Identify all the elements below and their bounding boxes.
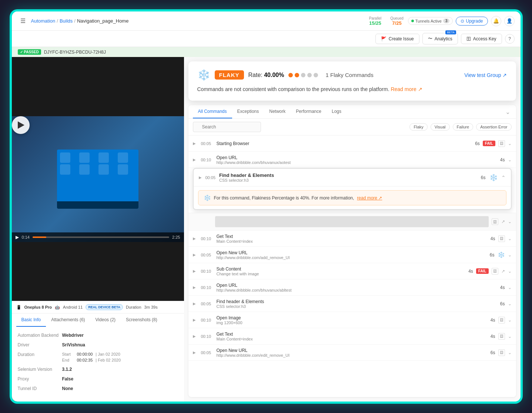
video-progress-bar[interactable] xyxy=(33,236,169,238)
win-icon-3 xyxy=(98,152,109,163)
cmd-img-9[interactable]: 🖼 xyxy=(498,317,505,323)
win-icon-2 xyxy=(79,152,90,163)
cmd-dur-6: 4s xyxy=(464,269,473,274)
tab-logs[interactable]: Logs xyxy=(327,105,347,118)
cmd-img-4[interactable]: 🖼 xyxy=(498,235,505,242)
cmd-name-8: Find header & Elements xyxy=(217,299,493,304)
access-key-button[interactable]: ⚿ Access Key xyxy=(461,34,502,44)
expand-1[interactable]: ⌄ xyxy=(508,141,512,146)
filter-assertion-error[interactable]: Assertion Error xyxy=(476,123,511,131)
view-test-group-link[interactable]: View test Group ↗ xyxy=(464,72,507,78)
filter-failure[interactable]: Failure xyxy=(453,123,474,131)
build-id: DJYFC-BYHZS-PBCDU-72H8J xyxy=(44,50,106,55)
dot-3 xyxy=(301,73,305,77)
breadcrumb-sep1: / xyxy=(57,18,58,24)
breadcrumb-current: Navigation_page_Home xyxy=(77,18,128,24)
cmd-name-2: Open URL xyxy=(217,155,493,160)
cmd-play-7[interactable]: ▶ xyxy=(193,285,198,289)
search-input[interactable] xyxy=(193,122,261,132)
end-label: End xyxy=(62,358,74,362)
tab-exceptions[interactable]: Exceptions xyxy=(232,105,264,118)
parallel-value: 15/25 xyxy=(369,20,381,26)
expand-6[interactable]: ⌄ xyxy=(508,269,512,274)
expand-9[interactable]: ⌄ xyxy=(508,318,512,323)
flaky-warning-box: ❄️ For this command, Flakiness Percentag… xyxy=(198,190,506,205)
expand-5[interactable]: ⌄ xyxy=(508,252,512,258)
start-date: | Jan 02 2020 xyxy=(96,352,120,356)
img-preview-bar xyxy=(215,216,489,227)
cmd-img-10[interactable]: 🖼 xyxy=(498,333,505,340)
cmd-play-9[interactable]: ▶ xyxy=(193,318,198,322)
video-play-button[interactable] xyxy=(12,116,30,134)
cmd-img-11[interactable]: 🖼 xyxy=(498,349,505,356)
breadcrumb-builds[interactable]: Builds xyxy=(60,18,73,24)
notifications-button[interactable]: 🔔 xyxy=(491,16,501,26)
dot-4 xyxy=(307,73,312,77)
ctrl-play-icon[interactable]: ▶ xyxy=(16,235,19,240)
tab-all-commands[interactable]: All Commands xyxy=(193,105,232,118)
cmd-row-2: ▶ 00:10 Open URL http://www.dribbble.com… xyxy=(188,152,516,168)
cmd-play-4[interactable]: ▶ xyxy=(193,236,198,241)
cmd-detail-play[interactable]: ▶ xyxy=(199,175,202,179)
cmd-img-1[interactable]: 🖼 xyxy=(498,140,505,147)
expand-10[interactable]: ⌄ xyxy=(508,334,512,339)
real-device-badge: REAL DEVICE BETA xyxy=(86,304,123,310)
upgrade-icon: ⊙ xyxy=(461,19,464,24)
cmd-dur-11: 6s xyxy=(486,350,495,355)
read-more-link[interactable]: Read more ↗ xyxy=(391,86,422,92)
cmd-dur-4: 4s xyxy=(486,236,495,241)
cmd-sub-6: Change text with image xyxy=(217,272,461,276)
tab-attachments[interactable]: Attachements (6) xyxy=(46,313,90,327)
menu-icon[interactable]: ☰ xyxy=(18,16,28,26)
windows-grid xyxy=(57,150,138,178)
breadcrumb-automation[interactable]: Automation xyxy=(31,18,56,24)
cmd-play-6[interactable]: ▶ xyxy=(193,269,198,273)
expand-imgrow[interactable]: ⌄ xyxy=(508,219,512,224)
expand-collapse-area: ⌄ xyxy=(504,105,512,118)
cmd-name-block-1: Starting Browser xyxy=(217,141,468,146)
tab-basic-info[interactable]: Basic Info xyxy=(16,313,46,327)
tab-videos[interactable]: Videos (2) xyxy=(90,313,121,327)
expand-7[interactable]: ⌄ xyxy=(508,285,512,290)
windows-screen xyxy=(57,150,138,209)
cmd-row-9: ▶ 00:10 Open Image img 1200×600 4s 🖼 ⌄ xyxy=(188,312,516,328)
queued-label: Queued xyxy=(390,16,404,20)
cmd-dur-10: 4s xyxy=(486,334,495,339)
tab-performance[interactable]: Performance xyxy=(291,105,327,118)
cmd-play-8[interactable]: ▶ xyxy=(193,302,198,306)
win-icon-4 xyxy=(118,152,128,163)
filter-flaky[interactable]: Flaky xyxy=(409,123,427,131)
cmd-play-11[interactable]: ▶ xyxy=(193,350,198,355)
expand-all-icon[interactable]: ⌄ xyxy=(505,108,510,115)
cmd-play-5[interactable]: ▶ xyxy=(193,253,198,257)
info-row-duration: Duration Start 00:00:00 | Jan 02 2020 En… xyxy=(18,352,178,362)
cmd-detail-collapse[interactable]: ⌃ xyxy=(501,175,506,181)
parallel-stat: Parallel 15/25 xyxy=(369,16,381,26)
cmd-sub-2: http://www.dribbble.com/bhuvanux/aotest xyxy=(217,160,493,165)
cmd-play-2[interactable]: ▶ xyxy=(193,158,198,162)
user-profile-button[interactable]: 👤 xyxy=(504,16,515,26)
tab-screenshots[interactable]: Screenshots (8) xyxy=(121,313,163,327)
expand-4[interactable]: ⌄ xyxy=(508,236,512,241)
expand-11[interactable]: ⌄ xyxy=(508,350,512,355)
upgrade-button[interactable]: ⊙ Upgrade xyxy=(456,17,488,26)
flaky-read-more[interactable]: read more ↗ xyxy=(357,195,382,201)
expand-img-row[interactable]: ↗ xyxy=(501,219,505,224)
cmd-time-10: 00:10 xyxy=(201,334,214,339)
info-row-driver: Driver SriVishnua xyxy=(18,342,178,347)
create-issue-button[interactable]: 🚩 Create Issue xyxy=(375,34,419,44)
help-button[interactable]: ? xyxy=(505,34,515,44)
tab-network[interactable]: Network xyxy=(264,105,291,118)
cmd-play-10[interactable]: ▶ xyxy=(193,334,198,338)
filter-visual[interactable]: Visual xyxy=(431,123,450,131)
cmd-img-6[interactable]: 🖼 xyxy=(492,268,498,275)
cmd-img-expand[interactable]: 🖼 xyxy=(492,218,498,225)
cmd-row-10: ▶ 00:10 Get Text Main Content=index 4s 🖼… xyxy=(188,328,516,345)
cmd-name-block-5: Open New URL http://www.dribbble.com/add… xyxy=(217,250,483,260)
expand-8[interactable]: ⌄ xyxy=(508,301,512,306)
expand-2[interactable]: ⌄ xyxy=(508,157,512,162)
cmd-play-1[interactable]: ▶ xyxy=(193,141,198,145)
flaky-warning-icon: ❄️ xyxy=(204,194,211,201)
expand-img-6[interactable]: ↗ xyxy=(501,269,505,274)
analytics-button[interactable]: BETA 〜 Analytics xyxy=(422,33,458,44)
